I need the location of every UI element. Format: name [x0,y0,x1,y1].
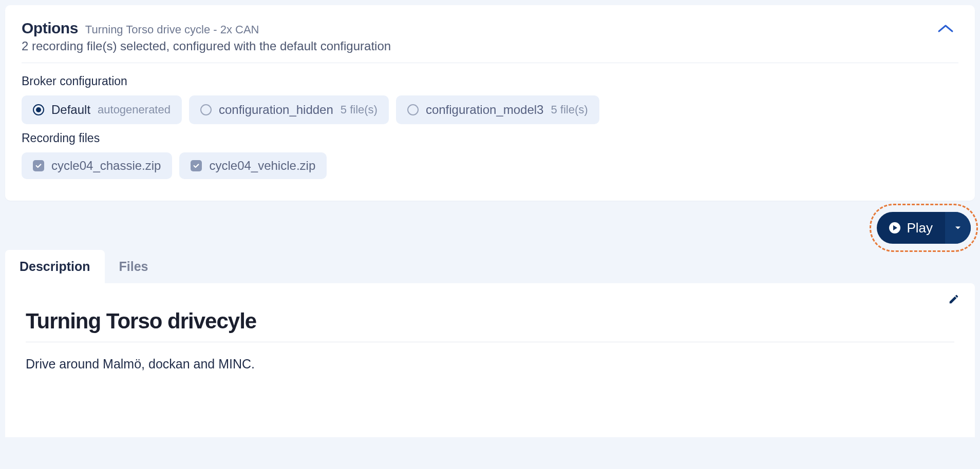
radio-icon [33,104,44,115]
options-header[interactable]: Options Turning Torso drive cycle - 2x C… [22,19,958,63]
broker-config-hidden[interactable]: configuration_hidden 5 file(s) [189,95,389,124]
recording-section-label: Recording files [22,131,958,145]
broker-config-label: Default [51,103,90,117]
recording-file-vehicle[interactable]: cycle04_vehicle.zip [179,152,327,179]
radio-icon [407,104,419,115]
recording-file-label: cycle04_chassie.zip [51,159,161,173]
broker-config-meta: 5 file(s) [551,103,588,116]
broker-config-default[interactable]: Default autogenerated [22,95,182,124]
options-summary: 2 recording file(s) selected, configured… [22,39,937,53]
broker-config-label: configuration_model3 [426,103,544,117]
broker-config-label: configuration_hidden [219,103,333,117]
options-title: Options [22,19,78,37]
play-split-button: Play [877,212,971,244]
broker-config-meta: autogenerated [98,103,171,116]
broker-section-label: Broker configuration [22,74,958,88]
description-title: Turning Torso drivecyle [26,309,954,342]
description-panel: Turning Torso drivecyle Drive around Mal… [5,283,975,437]
options-panel: Options Turning Torso drive cycle - 2x C… [5,5,975,201]
options-subtitle: Turning Torso drive cycle - 2x CAN [85,23,259,36]
recording-files-row: cycle04_chassie.zip cycle04_vehicle.zip [22,152,958,179]
radio-icon [200,104,212,115]
broker-config-row: Default autogenerated configuration_hidd… [22,95,958,124]
tabs: Description Files [5,250,975,283]
play-button[interactable]: Play [877,212,945,244]
broker-config-meta: 5 file(s) [341,103,378,116]
tab-description[interactable]: Description [5,250,105,283]
checkbox-icon [33,160,44,171]
recording-file-chassie[interactable]: cycle04_chassie.zip [22,152,172,179]
play-button-wrap: Play [877,212,971,244]
chevron-up-icon[interactable] [937,24,954,36]
recording-file-label: cycle04_vehicle.zip [209,159,315,173]
checkbox-icon [191,160,202,171]
play-button-label: Play [907,220,933,236]
broker-config-model3[interactable]: configuration_model3 5 file(s) [396,95,599,124]
caret-down-icon [955,226,961,230]
description-body: Drive around Malmö, dockan and MINC. [26,357,954,372]
play-dropdown-button[interactable] [945,212,971,244]
action-bar: Play [5,201,975,250]
options-header-text: Options Turning Torso drive cycle - 2x C… [22,19,937,53]
tab-files[interactable]: Files [105,250,163,283]
edit-icon[interactable] [948,294,959,307]
play-icon [889,222,900,233]
